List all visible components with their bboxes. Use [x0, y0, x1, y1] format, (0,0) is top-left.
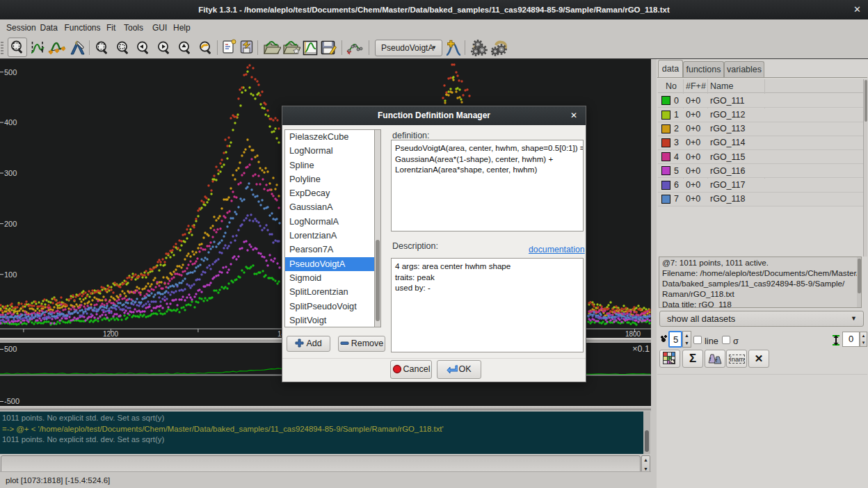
svg-text:500: 500	[4, 345, 17, 353]
svg-text:500: 500	[4, 68, 17, 76]
svg-text:1200: 1200	[103, 330, 119, 338]
svg-text:×0.1: ×0.1	[632, 344, 650, 354]
svg-text:400: 400	[4, 118, 17, 127]
svg-text:300: 300	[4, 169, 17, 177]
svg-text:-500: -500	[4, 397, 19, 405]
svg-text:1800: 1800	[625, 330, 641, 338]
svg-text:200: 200	[4, 220, 17, 228]
svg-text:100: 100	[4, 270, 17, 279]
